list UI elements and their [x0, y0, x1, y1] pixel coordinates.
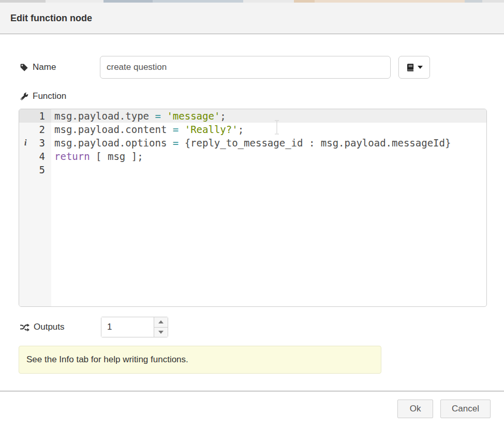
- wrench-icon: [20, 92, 28, 101]
- book-icon: [406, 63, 414, 72]
- editor-lines: 1msg.payload.type = 'message';2msg.paylo…: [19, 109, 486, 176]
- info-tip-box: See the Info tab for help writing functi…: [19, 346, 381, 374]
- code-line-text: return [ msg ];: [51, 150, 486, 163]
- gutter-cell: 2: [19, 123, 51, 136]
- line-number: 2: [39, 124, 45, 135]
- outputs-label: Outputs: [20, 322, 65, 332]
- dialog-header: Edit function node: [0, 3, 504, 34]
- triangle-up-icon: [158, 320, 164, 323]
- code-editor[interactable]: 1msg.payload.type = 'message';2msg.paylo…: [19, 109, 487, 307]
- line-number: 3: [39, 137, 45, 149]
- text-cursor-icon: [274, 120, 280, 135]
- function-label: Function: [20, 91, 66, 101]
- code-line-text: [51, 163, 486, 176]
- library-button[interactable]: [398, 56, 430, 79]
- line-number: 4: [39, 151, 45, 162]
- code-line[interactable]: 2msg.payload.content = 'Really?';: [19, 123, 486, 136]
- footer-divider: [0, 391, 504, 391]
- tip-text: See the Info tab for help writing functi…: [26, 355, 188, 365]
- edit-function-dialog: Edit function node Name: [0, 0, 504, 428]
- chevron-down-icon: [418, 66, 423, 69]
- line-number: 1: [39, 110, 45, 122]
- shuffle-icon: [20, 323, 29, 332]
- triangle-down-icon: [158, 331, 164, 334]
- function-label-text: Function: [33, 91, 66, 101]
- outputs-input[interactable]: [101, 317, 154, 337]
- code-line[interactable]: 4return [ msg ];: [19, 150, 486, 163]
- gutter-cell: 5: [19, 163, 51, 176]
- cancel-button[interactable]: Cancel: [440, 400, 491, 418]
- tag-icon: [20, 63, 28, 72]
- name-label: Name: [20, 62, 56, 72]
- gutter-cell: 1: [19, 109, 51, 123]
- code-line[interactable]: 5: [19, 163, 486, 176]
- spinner-up-button[interactable]: [154, 317, 168, 328]
- name-input[interactable]: [100, 56, 391, 79]
- code-line-text: msg.payload.options = {reply_to_message_…: [51, 136, 486, 150]
- dialog-footer: Ok Cancel: [0, 400, 504, 418]
- name-label-text: Name: [33, 62, 56, 72]
- code-line-text: msg.payload.type = 'message';: [51, 109, 486, 123]
- ok-button[interactable]: Ok: [397, 400, 433, 418]
- code-line[interactable]: 1msg.payload.type = 'message';: [19, 109, 486, 123]
- name-row: Name: [20, 56, 56, 79]
- outputs-spinner: [101, 317, 168, 337]
- gutter-cell: i3: [19, 136, 51, 150]
- outputs-label-text: Outputs: [34, 322, 65, 332]
- dialog-title: Edit function node: [10, 13, 92, 24]
- spinner-buttons: [154, 317, 168, 337]
- code-line-text: msg.payload.content = 'Really?';: [51, 123, 486, 136]
- spinner-down-button[interactable]: [154, 328, 168, 337]
- code-line[interactable]: i3msg.payload.options = {reply_to_messag…: [19, 136, 486, 150]
- outputs-row: Outputs: [20, 317, 65, 337]
- gutter-cell: 4: [19, 150, 51, 163]
- info-annotation-icon: i: [24, 136, 26, 150]
- line-number: 5: [39, 164, 45, 175]
